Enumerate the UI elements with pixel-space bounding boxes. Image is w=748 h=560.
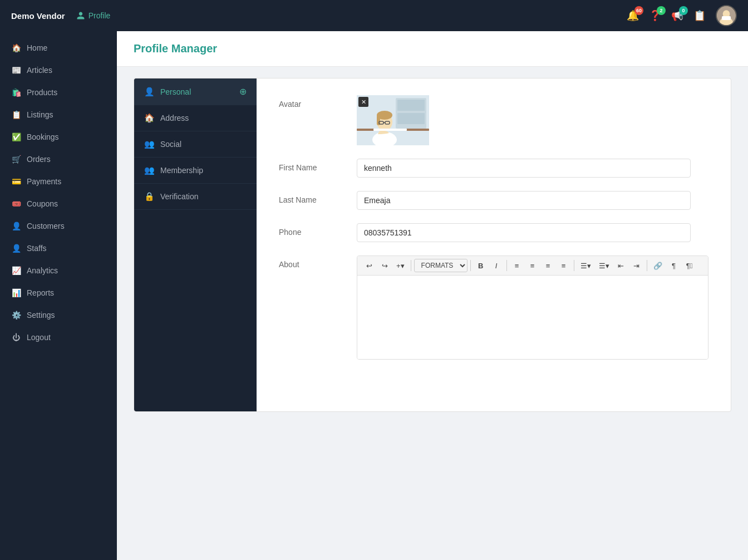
bookings-icon: ✅ [11, 132, 21, 142]
megaphone-badge: 0 [679, 6, 688, 15]
topnav-left: Demo Vendor Profile [11, 11, 110, 21]
sidebar-label-bookings: Bookings [27, 132, 59, 141]
tab-address-left: 🏠 Address [144, 113, 189, 123]
tab-membership-label: Membership [160, 166, 203, 175]
rte-bold-btn[interactable]: B [474, 258, 488, 273]
sidebar-item-staffs[interactable]: 👤 Staffs [0, 237, 117, 259]
personal-icon: 👤 [144, 87, 155, 97]
first-name-input[interactable] [357, 159, 691, 178]
tab-personal[interactable]: 👤 Personal ⊕ [134, 78, 257, 105]
sidebar-item-payments[interactable]: 💳 Payments [0, 170, 117, 193]
sidebar-item-analytics[interactable]: 📈 Analytics [0, 259, 117, 282]
phone-group: Phone [279, 223, 708, 242]
staffs-icon: 👤 [11, 243, 21, 253]
rte-italic-btn[interactable]: I [489, 258, 504, 273]
rte-outdent-btn[interactable]: ⇤ [614, 258, 628, 273]
tab-membership[interactable]: 👥 Membership [134, 158, 257, 184]
address-icon: 🏠 [144, 113, 155, 123]
customers-icon: 👤 [11, 221, 21, 231]
sidebar-item-logout[interactable]: ⏻ Logout [0, 326, 117, 348]
rte-clear-btn[interactable]: ¶⃠ [682, 258, 697, 273]
rte-redo-btn[interactable]: ↪ [377, 258, 392, 273]
rte-ol-btn[interactable]: ☰▾ [596, 258, 613, 273]
rte-divider-4 [574, 260, 574, 271]
sidebar-item-coupons[interactable]: 🎟️ Coupons [0, 193, 117, 215]
sidebar-label-listings: Listings [27, 110, 53, 119]
rte-align-right-btn[interactable]: ≡ [541, 258, 555, 273]
layout: 🏠 Home 📰 Articles 🛍️ Products 📋 Listings… [0, 31, 748, 560]
sidebar-label-articles: Articles [27, 66, 52, 75]
rte-align-left-btn[interactable]: ≡ [510, 258, 524, 273]
last-name-input[interactable] [357, 191, 691, 210]
megaphone-btn[interactable]: 📢 0 [671, 9, 683, 22]
first-name-label: First Name [279, 159, 346, 172]
topnav-right: 🔔 60 ❓ 2 📢 0 📋 [627, 5, 737, 26]
rte-divider-3 [506, 260, 507, 271]
rte-insert-btn[interactable]: +▾ [393, 258, 408, 273]
page-header: Profile Manager [117, 31, 748, 67]
articles-icon: 📰 [11, 65, 21, 75]
sidebar-item-bookings[interactable]: ✅ Bookings [0, 126, 117, 148]
rte-divider-2 [470, 260, 471, 271]
sidebar-label-products: Products [27, 88, 57, 97]
tab-social-left: 👥 Social [144, 139, 181, 149]
profile-tabs: 👤 Personal ⊕ 🏠 Address 👥 [134, 78, 257, 411]
social-icon: 👥 [144, 139, 155, 149]
sidebar-label-coupons: Coupons [27, 199, 58, 208]
sidebar-item-orders[interactable]: 🛒 Orders [0, 148, 117, 170]
rte-align-center-btn[interactable]: ≡ [525, 258, 540, 273]
about-input[interactable] [357, 276, 708, 359]
sidebar-item-settings[interactable]: ⚙️ Settings [0, 304, 117, 326]
about-group: About ↩ ↪ +▾ FORMATS Heading 1 Headi [279, 256, 708, 360]
sidebar-label-home: Home [27, 43, 47, 52]
avatar-remove-btn[interactable]: ✕ [358, 97, 368, 107]
personal-plus-icon[interactable]: ⊕ [239, 86, 247, 97]
avatar-container: ✕ [357, 95, 429, 145]
tab-social-label: Social [160, 140, 181, 149]
logout-icon: ⏻ [11, 332, 21, 342]
rte-indent-btn[interactable]: ⇥ [629, 258, 644, 273]
svg-rect-3 [722, 16, 731, 20]
rte-formats-select[interactable]: FORMATS Heading 1 Heading 2 Paragraph [414, 259, 468, 272]
tab-address-label: Address [160, 114, 189, 122]
mail-btn[interactable]: 📋 [693, 9, 706, 22]
help-btn[interactable]: ❓ 2 [649, 9, 661, 22]
rte-para-btn[interactable]: ¶ [667, 258, 681, 273]
coupons-icon: 🎟️ [11, 199, 21, 209]
phone-input[interactable] [357, 223, 691, 242]
tab-verification-label: Verification [160, 192, 198, 201]
profile-form: Avatar [257, 78, 731, 411]
sidebar-item-articles[interactable]: 📰 Articles [0, 59, 117, 81]
rte-link-btn[interactable]: 🔗 [650, 258, 666, 273]
phone-label: Phone [279, 223, 346, 237]
payments-icon: 💳 [11, 176, 21, 186]
avatar-svg [717, 5, 736, 26]
first-name-group: First Name [279, 159, 708, 178]
sidebar-label-customers: Customers [27, 222, 65, 230]
tab-address[interactable]: 🏠 Address [134, 105, 257, 131]
svg-rect-7 [397, 113, 425, 124]
sidebar-item-customers[interactable]: 👤 Customers [0, 215, 117, 237]
about-rte: ↩ ↪ +▾ FORMATS Heading 1 Heading 2 Parag… [357, 256, 708, 360]
sidebar-label-payments: Payments [27, 177, 61, 186]
notifications-btn[interactable]: 🔔 60 [627, 9, 639, 22]
membership-icon: 👥 [144, 165, 155, 175]
tab-social[interactable]: 👥 Social [134, 131, 257, 158]
sidebar-item-listings[interactable]: 📋 Listings [0, 104, 117, 126]
sidebar-item-home[interactable]: 🏠 Home [0, 37, 117, 59]
rte-align-justify-btn[interactable]: ≡ [557, 258, 571, 273]
rte-undo-btn[interactable]: ↩ [362, 258, 376, 273]
sidebar-item-products[interactable]: 🛍️ Products [0, 81, 117, 104]
reports-icon: 📊 [11, 288, 21, 298]
tab-personal-label: Personal [160, 87, 191, 96]
rte-ul-btn[interactable]: ☰▾ [577, 258, 594, 273]
profile-container: 👤 Personal ⊕ 🏠 Address 👥 [134, 78, 731, 412]
profile-link-text: Profile [88, 11, 111, 20]
listings-icon: 📋 [11, 110, 21, 120]
sidebar-label-logout: Logout [27, 333, 51, 342]
tab-verification[interactable]: 🔒 Verification [134, 184, 257, 210]
profile-link[interactable]: Profile [76, 11, 111, 20]
avatar-label: Avatar [279, 95, 346, 109]
sidebar-item-reports[interactable]: 📊 Reports [0, 282, 117, 304]
avatar-btn[interactable] [716, 5, 737, 26]
